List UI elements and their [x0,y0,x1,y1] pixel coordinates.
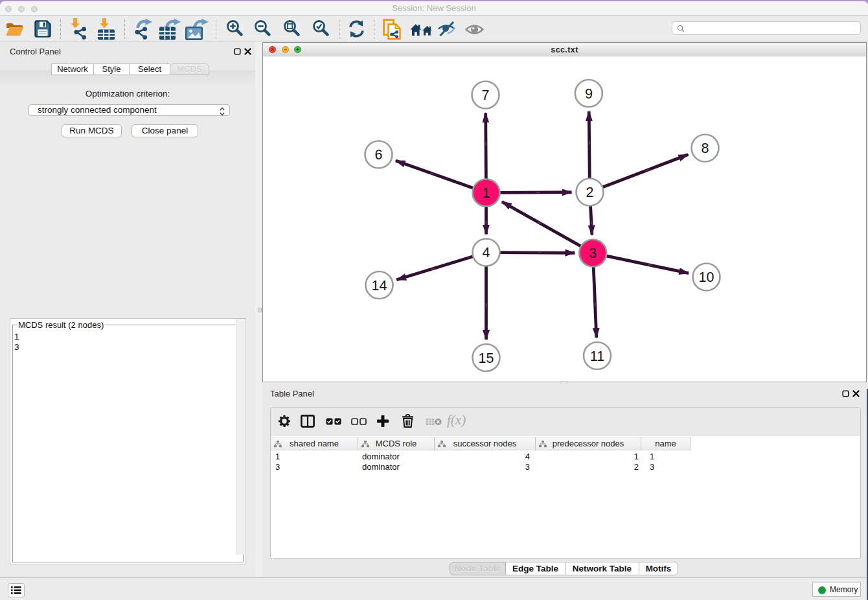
svg-text:9: 9 [585,86,593,102]
svg-text:15: 15 [479,351,494,366]
svg-text:8: 8 [702,141,709,156]
svg-text:14: 14 [372,278,387,294]
svg-text:7: 7 [482,87,490,103]
svg-text:10: 10 [699,270,714,285]
svg-text:11: 11 [590,349,604,364]
svg-text:1: 1 [483,185,490,201]
svg-text:4: 4 [483,245,490,260]
svg-text:3: 3 [589,246,597,261]
svg-text:6: 6 [375,147,383,163]
svg-text:2: 2 [586,185,594,200]
